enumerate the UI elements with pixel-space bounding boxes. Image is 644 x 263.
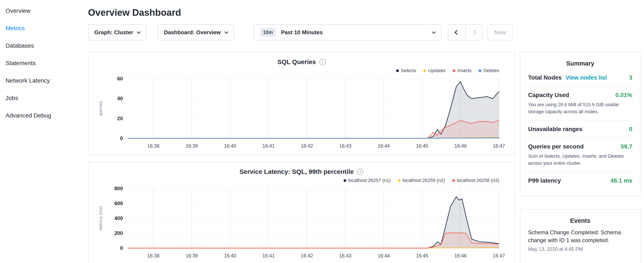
legend-item: localhost:26259 (n2) [398,178,445,183]
svg-text:16:46: 16:46 [454,253,467,258]
summary-description: Sum of Selects, Updates, Inserts, and De… [528,153,632,167]
legend-label: localhost:26258 (n3) [457,178,499,183]
summary-value: 3 [629,74,632,81]
time-back-button[interactable] [448,25,465,40]
sidebar-item-databases[interactable]: Databases [6,37,88,55]
svg-text:16:45: 16:45 [416,253,428,258]
summary-row-total-nodes: Total Nodes View nodes list 3 [528,69,632,87]
legend-dot [452,179,455,182]
event-text: Schema Change Completed: Schema change w… [528,228,632,244]
sidebar-item-network-latency[interactable]: Network Latency [6,72,88,89]
service-latency-panel: Service Latency: SQL, 99th percentile i … [88,162,515,263]
legend-label: Inserts [457,68,471,73]
sidebar-item-statements[interactable]: Statements [6,55,88,72]
svg-text:40: 40 [117,96,123,101]
legend-label: Updates [428,68,446,73]
chevron-left-icon [454,30,460,35]
summary-row-queries-per-second: Queries per second 59.7 Sum of Selects, … [528,138,632,172]
svg-text:16:46: 16:46 [454,143,467,149]
event-item[interactable]: Schema Change Completed: Schema change w… [528,228,632,252]
chevron-down-icon [432,30,436,34]
summary-label: Total Nodes [528,74,562,81]
page-title: Overview Dashboard [88,7,644,18]
sql-queries-chart[interactable]: 020406016:3816:3916:4016:4116:4216:4316:… [88,75,514,151]
legend-label: Deletes [483,68,499,73]
svg-text:16:40: 16:40 [224,143,236,149]
svg-text:16:39: 16:39 [186,253,198,258]
svg-text:16:39: 16:39 [186,143,198,149]
info-icon[interactable]: i [357,168,363,175]
legend-item: Deletes [478,68,499,73]
svg-text:16:42: 16:42 [301,143,313,149]
legend-item: Inserts [453,68,471,73]
summary-row-capacity-used: Capacity Used 0.01% You are using 28.6 M… [528,87,632,121]
sql-queries-panel: SQL Queries i SelectsUpdatesInsertsDelet… [88,52,515,155]
svg-text:queries: queries [98,101,103,116]
time-range-dropdown[interactable]: 10m Past 10 Minutes [254,24,442,41]
svg-text:200: 200 [114,230,123,236]
svg-text:latency (ms): latency (ms) [98,206,103,230]
svg-text:400: 400 [114,215,123,221]
sidebar-item-jobs[interactable]: Jobs [6,89,88,107]
chart-legend: localhost:26257 (n1)localhost:26259 (n2)… [88,177,499,183]
svg-text:16:41: 16:41 [262,143,275,149]
svg-text:20: 20 [117,116,123,121]
svg-text:16:44: 16:44 [378,253,390,258]
svg-text:16:47: 16:47 [493,143,505,149]
summary-label: Unavailable ranges [528,126,582,133]
graph-dropdown[interactable]: Graph: Cluster [88,24,146,41]
svg-text:16:38: 16:38 [147,143,160,149]
sidebar-item-metrics[interactable]: Metrics [6,20,88,37]
chevron-down-icon [224,30,228,34]
summary-label: Queries per second [528,143,584,150]
summary-value: 0.01% [616,92,632,99]
summary-title: Summary [528,60,632,67]
svg-text:16:38: 16:38 [147,253,160,258]
chart-title-row: Service Latency: SQL, 99th percentile i [88,168,514,175]
legend-dot [478,69,481,72]
right-sidebar: Summary Total Nodes View nodes list 3 Ca… [520,52,640,263]
summary-row-p99-latency: P99 latency 46.1 ms [528,172,632,189]
summary-value: 59.7 [621,143,632,150]
legend-dot [423,69,426,72]
sidebar-item-advanced-debug[interactable]: Advanced Debug [6,107,88,124]
svg-text:0: 0 [120,135,123,141]
sidebar-item-overview[interactable]: Overview [6,2,88,20]
dashboard-dropdown-label: Dashboard: Overview [164,29,221,36]
now-button[interactable]: Now [488,24,513,41]
legend-item: localhost:26258 (n3) [452,178,499,183]
svg-text:16:43: 16:43 [339,253,352,258]
summary-description: You are using 28.6 MiB of 515.9 GiB usab… [528,101,632,115]
svg-text:16:43: 16:43 [339,143,352,149]
legend-item: localhost:26257 (n1) [344,178,390,183]
charts-column: SQL Queries i SelectsUpdatesInsertsDelet… [88,52,515,263]
time-nav-group [448,24,482,41]
nav-list: Overview Metrics Databases Statements Ne… [6,2,88,124]
legend-label: localhost:26259 (n2) [402,178,445,183]
svg-text:16:40: 16:40 [224,253,236,258]
time-forward-button[interactable] [465,25,482,40]
summary-value: 0 [629,126,632,133]
summary-label: Capacity Used [528,92,569,99]
svg-text:60: 60 [117,76,123,82]
chart-title-row: SQL Queries i [88,58,514,66]
main-nav: Overview Metrics Databases Statements Ne… [0,0,88,263]
dashboard-dropdown[interactable]: Dashboard: Overview [158,24,234,41]
chart-title: Service Latency: SQL, 99th percentile [240,168,354,175]
chevron-right-icon [472,30,476,35]
legend-label: Selects [401,68,416,73]
svg-text:16:47: 16:47 [493,253,505,258]
legend-dot [453,69,456,72]
svg-text:800: 800 [114,185,123,191]
svg-text:16:45: 16:45 [416,143,428,149]
view-nodes-link[interactable]: View nodes list [566,75,607,81]
svg-text:16:42: 16:42 [301,253,313,258]
graph-dropdown-label: Graph: Cluster [94,29,133,36]
legend-dot [396,69,399,72]
service-latency-chart[interactable]: 020040060080016:3816:3916:4016:4116:4216… [88,185,514,260]
summary-row-unavailable-ranges: Unavailable ranges 0 [528,121,632,138]
info-icon[interactable]: i [319,59,326,65]
legend-item: Updates [423,68,446,73]
main-content: Overview Dashboard Graph: Cluster Dashbo… [88,0,644,263]
legend-dot [398,179,400,182]
